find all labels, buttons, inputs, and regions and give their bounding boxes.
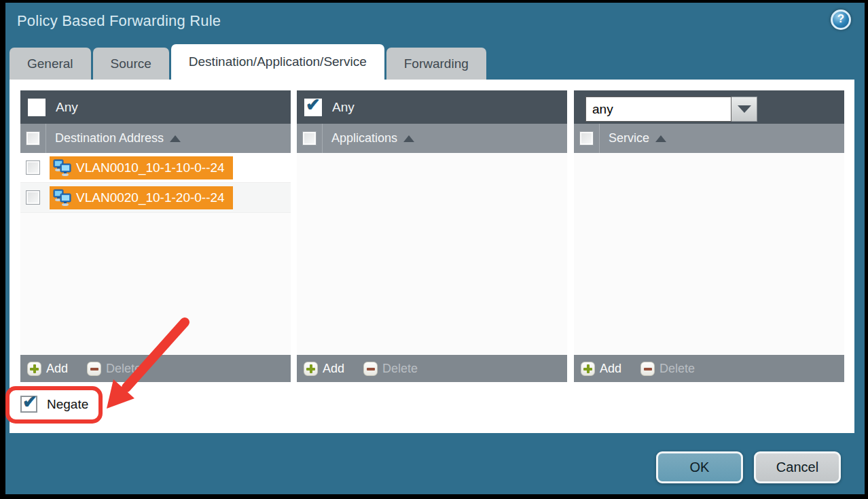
destination-add-button[interactable]: Add: [46, 362, 68, 376]
add-icon[interactable]: [304, 362, 318, 376]
applications-header-label[interactable]: Applications: [331, 131, 397, 145]
service-column-header: Service: [574, 124, 844, 153]
destination-address-column: Any Destination Address: [20, 90, 291, 382]
tab-forwarding[interactable]: Forwarding: [386, 48, 486, 80]
address-object-icon: [53, 159, 71, 176]
dialog-title: Policy Based Forwarding Rule: [17, 12, 221, 30]
service-dropdown: any: [585, 97, 757, 122]
tab-destination-application-service[interactable]: Destination/Application/Service: [171, 44, 384, 80]
destination-row-checkbox[interactable]: [26, 190, 40, 205]
destination-select-all-checkbox[interactable]: [26, 131, 40, 145]
applications-select-all-checkbox[interactable]: [302, 131, 317, 145]
service-delete-button[interactable]: Delete: [659, 362, 695, 376]
applications-list: [297, 153, 567, 355]
applications-add-button[interactable]: Add: [323, 362, 344, 376]
sort-ascending-icon: [655, 135, 666, 142]
destination-any-bar: Any: [20, 90, 291, 124]
negate-checkbox[interactable]: [20, 396, 37, 413]
tab-general[interactable]: General: [10, 48, 91, 80]
tab-content-panel: Any Destination Address: [10, 80, 854, 433]
sort-ascending-icon: [170, 135, 181, 142]
service-footer: Add Delete: [574, 355, 844, 382]
destination-row: VLAN0020_10-1-20-0--24: [20, 183, 291, 213]
service-list: [574, 153, 844, 355]
delete-icon[interactable]: [87, 362, 101, 376]
negate-label: Negate: [47, 397, 88, 412]
header-divider: [46, 124, 46, 153]
tab-source[interactable]: Source: [93, 48, 169, 80]
service-select-all-checkbox[interactable]: [579, 131, 594, 145]
destination-row: VLAN0010_10-1-10-0--24: [20, 153, 291, 183]
destination-delete-button[interactable]: Delete: [106, 362, 141, 376]
service-header-label[interactable]: Service: [609, 131, 649, 145]
address-object-chip[interactable]: VLAN0020_10-1-20-0--24: [50, 186, 233, 209]
header-divider: [599, 124, 600, 153]
service-dropdown-bar: any: [574, 90, 844, 124]
destination-column-header: Destination Address: [20, 124, 291, 153]
service-add-button[interactable]: Add: [600, 362, 621, 376]
header-divider: [322, 124, 323, 153]
destination-footer: Add Delete: [20, 355, 291, 382]
delete-icon[interactable]: [363, 362, 378, 376]
applications-any-bar: Any: [297, 90, 567, 124]
delete-icon[interactable]: [640, 362, 655, 376]
cancel-button[interactable]: Cancel: [754, 451, 841, 483]
applications-any-label: Any: [332, 100, 355, 115]
address-object-label: VLAN0010_10-1-10-0--24: [76, 160, 225, 175]
destination-list: VLAN0010_10-1-10-0--24: [20, 153, 291, 355]
applications-column: Any Applications Add Delete: [297, 90, 567, 382]
negate-row: Negate: [20, 396, 88, 413]
destination-any-checkbox[interactable]: [28, 99, 46, 116]
destination-header-label[interactable]: Destination Address: [55, 131, 164, 145]
applications-delete-button[interactable]: Delete: [382, 362, 418, 376]
applications-column-header: Applications: [297, 124, 567, 153]
tab-bar: General Source Destination/Application/S…: [10, 44, 486, 80]
service-column: any Service Add Delete: [574, 90, 844, 382]
service-dropdown-button[interactable]: [731, 97, 757, 122]
service-dropdown-value[interactable]: any: [585, 97, 731, 122]
address-object-label: VLAN0020_10-1-20-0--24: [76, 190, 225, 205]
address-object-chip[interactable]: VLAN0010_10-1-10-0--24: [50, 156, 233, 179]
destination-row-checkbox[interactable]: [26, 160, 40, 175]
applications-any-checkbox[interactable]: [304, 99, 322, 116]
applications-footer: Add Delete: [297, 355, 567, 382]
add-icon[interactable]: [27, 362, 41, 376]
add-icon[interactable]: [581, 362, 595, 376]
sort-ascending-icon: [403, 135, 414, 142]
destination-any-label: Any: [56, 100, 78, 115]
help-icon[interactable]: [831, 10, 851, 30]
policy-based-forwarding-dialog: Policy Based Forwarding Rule General Sou…: [5, 3, 865, 494]
address-object-icon: [53, 189, 71, 206]
chevron-down-icon: [738, 105, 751, 113]
ok-button[interactable]: OK: [656, 451, 743, 483]
